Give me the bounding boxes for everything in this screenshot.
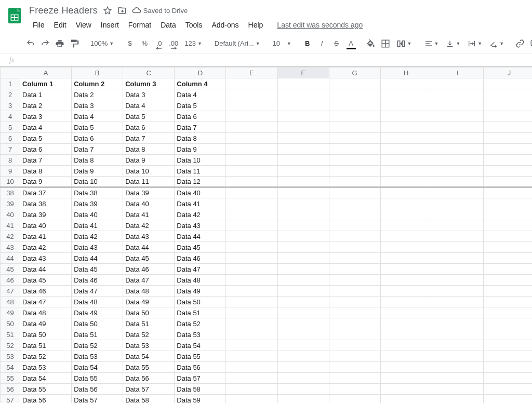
cell[interactable]: Data 55 (20, 384, 72, 395)
cell[interactable]: Data 56 (175, 362, 226, 373)
cell[interactable] (483, 297, 532, 307)
cell[interactable] (277, 318, 329, 329)
cell[interactable] (483, 242, 532, 253)
cell[interactable]: Data 41 (20, 231, 72, 242)
cell[interactable] (380, 198, 432, 209)
col-header-I[interactable]: I (432, 68, 483, 78)
cell[interactable]: Data 7 (20, 155, 72, 166)
cell[interactable] (329, 209, 380, 220)
redo-button[interactable] (38, 37, 52, 50)
row-header[interactable]: 6 (1, 133, 20, 144)
insert-link-button[interactable] (513, 37, 527, 50)
cell[interactable] (380, 351, 432, 362)
cell[interactable] (432, 373, 483, 384)
cell[interactable]: Data 3 (123, 89, 175, 100)
menu-file[interactable]: File (29, 19, 48, 31)
cell[interactable]: Data 43 (20, 253, 72, 264)
undo-button[interactable] (24, 37, 37, 50)
cell[interactable]: Data 40 (72, 209, 123, 220)
cell[interactable]: Data 41 (72, 220, 123, 231)
cell[interactable] (277, 242, 329, 253)
cell[interactable]: Data 51 (20, 340, 72, 351)
cell[interactable]: Data 58 (175, 384, 226, 395)
row-header[interactable]: 1 (1, 78, 20, 89)
cell[interactable] (329, 155, 380, 166)
cell[interactable] (432, 318, 483, 329)
cell[interactable]: Data 50 (175, 297, 226, 307)
cell[interactable] (277, 253, 329, 264)
cell[interactable] (277, 111, 329, 122)
row-header[interactable]: 43 (1, 242, 20, 253)
cell[interactable] (432, 78, 483, 89)
cell[interactable] (329, 307, 380, 318)
cell[interactable] (380, 220, 432, 231)
cell[interactable]: Data 46 (20, 286, 72, 297)
insert-comment-button[interactable] (528, 37, 532, 50)
cell[interactable] (277, 220, 329, 231)
menu-format[interactable]: Format (125, 19, 155, 31)
cell[interactable] (432, 286, 483, 297)
cell[interactable] (329, 286, 380, 297)
cell[interactable]: Data 10 (175, 155, 226, 166)
cell[interactable] (329, 89, 380, 100)
cell[interactable] (329, 100, 380, 111)
cell[interactable]: Data 53 (72, 351, 123, 362)
cell[interactable] (329, 111, 380, 122)
cell[interactable]: Data 4 (72, 111, 123, 122)
cell[interactable] (432, 307, 483, 318)
row-header[interactable]: 44 (1, 253, 20, 264)
cell[interactable]: Data 11 (175, 166, 226, 177)
cell[interactable] (380, 209, 432, 220)
cell[interactable]: Data 45 (20, 275, 72, 286)
cell[interactable]: Data 51 (123, 318, 175, 329)
cell[interactable] (226, 133, 277, 144)
row-header[interactable]: 8 (1, 155, 20, 166)
cell[interactable] (329, 362, 380, 373)
row-header[interactable]: 7 (1, 144, 20, 155)
cell[interactable]: Data 55 (72, 373, 123, 384)
cell[interactable]: Data 53 (175, 329, 226, 340)
vertical-align-button[interactable]: ▼ (443, 39, 463, 48)
cell[interactable] (226, 100, 277, 111)
cell[interactable] (432, 253, 483, 264)
cell[interactable] (380, 166, 432, 177)
cell[interactable] (226, 351, 277, 362)
cell[interactable]: Data 8 (123, 144, 175, 155)
cell[interactable] (329, 122, 380, 133)
row-header[interactable]: 50 (1, 318, 20, 329)
cell[interactable]: Data 55 (175, 351, 226, 362)
cell[interactable] (277, 144, 329, 155)
row-header[interactable]: 42 (1, 231, 20, 242)
cell[interactable]: Data 55 (123, 362, 175, 373)
cell[interactable] (432, 122, 483, 133)
cell[interactable] (329, 220, 380, 231)
cell[interactable] (483, 155, 532, 166)
cell[interactable] (277, 362, 329, 373)
cell[interactable]: Data 5 (20, 133, 72, 144)
cell[interactable]: Data 56 (123, 373, 175, 384)
row-header[interactable]: 2 (1, 89, 20, 100)
cell[interactable] (432, 89, 483, 100)
cell[interactable] (432, 144, 483, 155)
more-formats-button[interactable]: 123▼ (181, 39, 205, 47)
cell[interactable] (277, 384, 329, 395)
cell[interactable]: Data 59 (175, 395, 226, 404)
cell[interactable] (483, 351, 532, 362)
row-header[interactable]: 4 (1, 111, 20, 122)
cell[interactable] (226, 340, 277, 351)
row-header[interactable]: 9 (1, 166, 20, 177)
row-header[interactable]: 49 (1, 307, 20, 318)
merge-cells-button[interactable]: ▼ (393, 39, 415, 48)
format-currency-button[interactable]: $ (123, 37, 137, 50)
cell[interactable]: Data 47 (20, 297, 72, 307)
cell[interactable] (329, 351, 380, 362)
cell[interactable]: Data 3 (72, 100, 123, 111)
cell[interactable]: Data 53 (123, 340, 175, 351)
cell[interactable] (380, 373, 432, 384)
cell[interactable] (432, 111, 483, 122)
cell[interactable] (483, 122, 532, 133)
cell[interactable]: Data 39 (72, 198, 123, 209)
last-edit-link[interactable]: Last edit was seconds ago (277, 21, 363, 29)
menu-data[interactable]: Data (157, 19, 180, 31)
row-header[interactable]: 46 (1, 275, 20, 286)
